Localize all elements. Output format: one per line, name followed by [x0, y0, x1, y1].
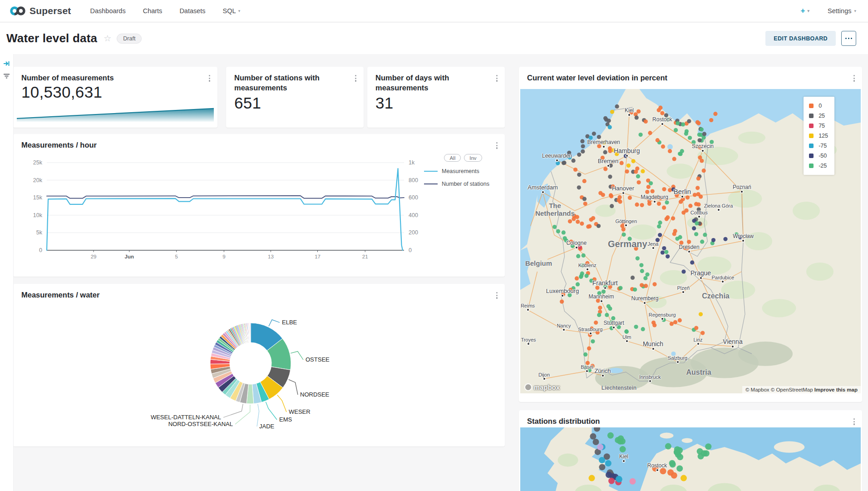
new-item-button[interactable]: + ▾ — [801, 6, 809, 15]
nav-item-sql[interactable]: SQL▾ — [223, 7, 241, 15]
station-dot — [606, 471, 612, 478]
chart-menu-button[interactable] — [494, 140, 499, 151]
station-dot — [556, 229, 560, 233]
settings-menu[interactable]: Settings ▾ — [828, 7, 856, 15]
station-dot — [575, 276, 579, 280]
station-dot — [625, 169, 629, 174]
legend-item-measurements[interactable]: Measurements — [424, 168, 502, 174]
station-dot — [616, 476, 622, 482]
station-dot — [681, 475, 687, 481]
station-dot — [563, 236, 567, 240]
station-dot — [678, 318, 682, 322]
legend-item-number-of-stations[interactable]: Number of stations — [424, 181, 502, 187]
edit-dashboard-button[interactable]: EDIT DASHBOARD — [765, 31, 836, 46]
station-dot — [591, 216, 595, 220]
stations-map-card: Stations distribution KielRostock — [519, 410, 862, 491]
donut-slice[interactable] — [250, 323, 251, 342]
station-dot — [687, 240, 691, 244]
nav-item-charts[interactable]: Charts — [143, 7, 163, 15]
station-dot — [658, 233, 662, 237]
deviation-map[interactable]: 02575125-75-50-25 mapbox © Mapbox © Open… — [520, 89, 861, 393]
chart-menu-button[interactable] — [494, 73, 499, 84]
station-dot — [576, 254, 580, 258]
mapbox-logo[interactable]: mapbox — [524, 383, 560, 391]
expand-arrow-icon — [3, 60, 10, 67]
station-dot — [618, 200, 622, 204]
station-dot — [681, 269, 686, 273]
station-dot — [603, 285, 607, 289]
svg-text:25k: 25k — [33, 159, 43, 166]
legend-swatch — [809, 134, 814, 138]
map-legend: 02575125-75-50-25 — [804, 97, 834, 175]
station-dot — [621, 220, 626, 224]
station-dot — [584, 274, 588, 278]
station-dot — [624, 154, 628, 158]
station-dot — [597, 224, 601, 228]
station-dot — [665, 217, 669, 221]
station-dot — [710, 140, 714, 144]
chart-menu-button[interactable] — [852, 417, 857, 427]
station-dot — [660, 111, 664, 115]
svg-text:20k: 20k — [33, 177, 43, 184]
station-dot — [605, 460, 612, 466]
nav-item-dashboards[interactable]: Dashboards — [90, 7, 125, 15]
mapbox-logo-icon — [524, 383, 532, 391]
station-dot — [692, 226, 696, 230]
station-dot — [615, 104, 619, 109]
favorite-star-icon[interactable]: ☆ — [104, 33, 111, 44]
dashboard-menu-button[interactable] — [841, 31, 856, 46]
station-dot — [569, 240, 573, 244]
legend-value: -75 — [819, 143, 827, 149]
chart-menu-button[interactable] — [207, 73, 212, 84]
station-dot — [711, 238, 715, 242]
station-dot — [576, 220, 580, 224]
donut-label-nordsee: NORDSEE — [300, 391, 330, 398]
filter-icon-button[interactable] — [0, 73, 13, 79]
kpi-sparkline — [17, 106, 214, 124]
station-dot — [657, 108, 661, 112]
station-dot — [568, 288, 572, 292]
improve-map-link[interactable]: Improve this map — [814, 387, 858, 392]
legend-row-25: 25 — [809, 111, 828, 121]
legend-swatch — [424, 171, 438, 172]
superset-logo[interactable]: Superset — [0, 5, 71, 16]
station-dot — [640, 269, 644, 273]
chart-menu-button[interactable] — [353, 73, 358, 84]
station-dot — [582, 179, 587, 183]
station-dot — [698, 453, 704, 460]
station-dot — [648, 131, 652, 135]
stations-map[interactable]: KielRostock — [520, 427, 861, 491]
station-dot — [597, 291, 602, 295]
station-dot — [560, 300, 564, 304]
station-dot — [576, 282, 580, 286]
station-dot — [571, 244, 575, 248]
chart-menu-button[interactable] — [852, 73, 857, 84]
legend-inv-button[interactable]: Inv — [464, 154, 482, 162]
chevron-down-icon: ▾ — [808, 9, 810, 13]
station-dot — [700, 240, 704, 244]
svg-text:0: 0 — [39, 247, 42, 253]
station-dot — [620, 161, 624, 165]
station-dot — [617, 325, 621, 329]
water-donut-chart[interactable]: ELBEOSTSEENORDSEEWESEREMSJADENORD-OSTSEE… — [13, 284, 505, 446]
expand-filters-button[interactable] — [0, 60, 13, 67]
station-dot — [633, 288, 637, 292]
station-dot — [577, 173, 581, 177]
station-dot — [583, 365, 587, 369]
filter-icon — [3, 73, 10, 79]
legend-swatch — [809, 104, 814, 108]
nav-item-datasets[interactable]: Datasets — [179, 7, 205, 15]
kpi-value: 10,530,631 — [21, 83, 102, 101]
svg-text:5: 5 — [175, 254, 178, 259]
superset-dashboard-page: Superset DashboardsChartsDatasetsSQL▾ + … — [0, 0, 868, 491]
hour-line-chart[interactable]: 25k1k20k80015k60010k4005k2000029Jun59131… — [18, 150, 422, 271]
station-dot — [592, 132, 596, 136]
legend-all-button[interactable]: All — [444, 154, 461, 162]
status-badge: Draft — [117, 34, 142, 44]
svg-text:1k: 1k — [409, 159, 415, 166]
station-dot — [620, 446, 626, 452]
chart-title: Current water level deviation in percent — [527, 73, 667, 83]
legend-value: -25 — [819, 163, 827, 169]
station-dot — [688, 136, 692, 140]
station-dot — [676, 121, 680, 125]
